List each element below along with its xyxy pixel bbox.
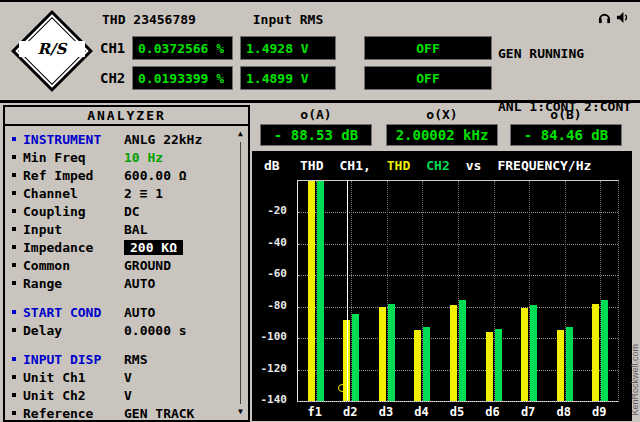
x-tick-label: f1 [297,405,333,419]
menu-spacer [9,292,232,303]
menu-item-input-disp[interactable]: INPUT DISPRMS [9,350,232,368]
menu-item-value: AUTO [124,305,155,320]
menu-item-bullet-icon [12,393,16,397]
y-tick-label: -100 [261,330,288,343]
rs-logo-text: R/S [19,41,85,57]
menu-item-bullet-icon [12,245,16,249]
thd-function-title: THD 23456789 [102,12,196,27]
x-tick-label: d5 [439,405,475,419]
menu-item-value: DC [124,204,140,219]
menu-item-value: V [124,388,132,403]
gen-status: GEN RUNNING [498,45,631,63]
cursor-b-label: o(B) [510,107,622,122]
gridline-horizontal [298,401,618,402]
menu-item-bullet-icon [12,357,16,361]
menu-item-bullet-icon [12,411,16,415]
speaker-icon [616,9,629,28]
menu-item-label: INSTRUMENT [23,132,124,147]
menu-item-label: Input [23,222,124,237]
rs-logo: R/S [8,7,96,95]
menu-item-bullet-icon [12,155,16,159]
chart-title: THDCH1,THDCH2vsFREQUENCY/Hz [300,158,591,173]
chart-title-token: CH2 [426,158,449,173]
bar-thd-ch2-d4 [423,327,430,401]
cursor-a-label: o(A) [260,107,372,122]
menu-item-bullet-icon [12,191,16,195]
chart-region: o(A) o(X) o(B) - 88.53 dB 2.00002 kHz - … [252,105,640,422]
menu-item-bullet-icon [12,281,16,285]
menu-item-label: Delay [23,323,124,338]
menu-item-impedance[interactable]: Impedance200 KΩ [9,238,232,256]
cursor-line[interactable] [347,181,348,401]
menu-item-delay[interactable]: Delay0.0000 s [9,321,232,339]
cursor-x-label: o(X) [386,107,498,122]
menu-item-label: START COND [23,305,124,320]
y-axis-labels: -20-40-60-80-100-120-140 [252,180,293,402]
y-axis-unit: dB [264,158,280,173]
bar-thd-ch1-d5 [450,305,457,401]
menu-item-value: V [124,370,132,385]
panel-scrollbar[interactable]: ▲ ▼ [234,129,247,417]
x-tick-label: d8 [546,405,582,419]
menu-item-label: Channel [23,186,124,201]
menu-item-value: AUTO [124,276,155,291]
menu-item-value: 2 ≡ 1 [124,186,163,201]
menu-item-min-freq[interactable]: Min Freq10 Hz [9,148,232,166]
analyzer-menu: INSTRUMENTANLG 22kHzMin Freq10 HzRef Imp… [9,130,232,418]
menu-item-channel[interactable]: Channel2 ≡ 1 [9,184,232,202]
menu-item-value: 10 Hz [124,150,163,165]
bar-thd-ch1-d7 [521,308,528,401]
x-tick-label: d4 [404,405,440,419]
menu-item-common[interactable]: CommonGROUND [9,256,232,274]
menu-item-value: GROUND [124,258,171,273]
chart-title-token: vs [466,158,482,173]
y-tick-label: -40 [267,236,287,249]
menu-item-ref-imped[interactable]: Ref Imped600.00 Ω [9,166,232,184]
bar-thd-ch1-d4 [414,330,421,401]
ch2-thd-readout: 0.0193399 % [132,66,233,90]
chart-title-token: THD [387,158,410,173]
bar-thd-ch2-d5 [459,300,466,401]
scrollbar-track[interactable] [240,142,241,404]
menu-item-bullet-icon [12,137,16,141]
chart-title-token: THD [300,158,323,173]
scroll-up-icon[interactable]: ▲ [234,129,247,139]
menu-item-coupling[interactable]: CouplingDC [9,202,232,220]
cursor-a-readout: - 88.53 dB [260,124,372,146]
cursor-b-readout: - 84.46 dB [510,124,622,146]
menu-item-bullet-icon [12,328,16,332]
bar-thd-ch2-d7 [530,305,537,401]
menu-item-reference[interactable]: ReferenceGEN TRACK [9,404,232,422]
bar-thd-ch2-f1 [317,181,324,401]
menu-spacer [9,339,232,350]
scroll-down-icon[interactable]: ▼ [234,407,247,417]
menu-item-label: Range [23,276,124,291]
x-tick-label: d9 [581,405,617,419]
x-tick-label: d7 [510,405,546,419]
menu-item-bullet-icon [12,375,16,379]
thd-bar-chart: dB THDCH1,THDCH2vsFREQUENCY/Hz -20-40-60… [252,151,632,421]
header-divider [0,100,640,103]
menu-item-label: Common [23,258,124,273]
menu-item-unit-ch2[interactable]: Unit Ch2V [9,386,232,404]
menu-item-range[interactable]: RangeAUTO [9,274,232,292]
menu-item-label: Impedance [23,240,124,255]
menu-item-label: Ref Imped [23,168,124,183]
menu-item-label: INPUT DISP [23,352,124,367]
aux2-readout: OFF [364,66,492,90]
menu-item-instrument[interactable]: INSTRUMENTANLG 22kHz [9,130,232,148]
menu-item-value: 600.00 Ω [124,168,187,183]
x-tick-label: d3 [368,405,404,419]
menu-item-start-cond[interactable]: START CONDAUTO [9,303,232,321]
menu-item-label: Unit Ch1 [23,370,124,385]
cursor-x-readout: 2.00002 kHz [386,124,498,146]
menu-item-unit-ch1[interactable]: Unit Ch1V [9,368,232,386]
menu-item-bullet-icon [12,209,16,213]
bar-thd-ch2-d2 [352,314,359,401]
menu-item-value: 0.0000 s [124,323,187,338]
aux1-readout: OFF [364,36,492,60]
menu-item-bullet-icon [12,227,16,231]
menu-item-input[interactable]: InputBAL [9,220,232,238]
menu-item-label: Min Freq [23,150,124,165]
ch1-thd-readout: 0.0372566 % [132,36,233,60]
